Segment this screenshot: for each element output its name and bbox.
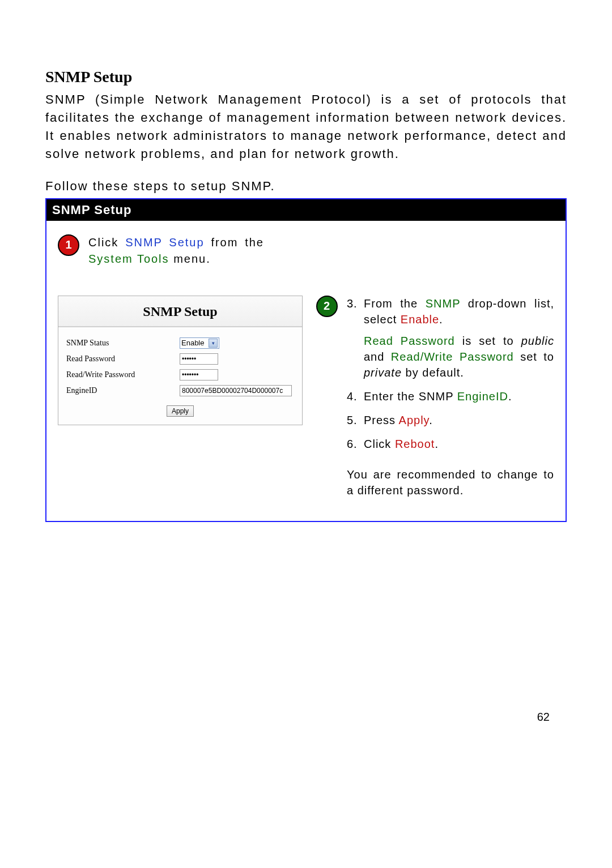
step1-link: SNMP Setup — [125, 236, 204, 249]
apply-button[interactable]: Apply — [167, 405, 194, 417]
instr-4-num: 4. — [347, 388, 364, 404]
instr-3: 3. From the SNMP drop-down list, select … — [347, 296, 554, 380]
step-1-text: Click SNMP Setup from the System Tools m… — [88, 234, 264, 267]
form-row-rw-pw: Read/Write Password ••••••• — [66, 369, 294, 380]
form-row-status: SNMP Status Enable ▾ — [66, 337, 294, 349]
page-title: SNMP Setup — [45, 68, 567, 86]
password-note: You are recommended to change to a diffe… — [347, 467, 554, 498]
label-rw-password: Read/Write Password — [66, 370, 180, 379]
snmp-panel: SNMP Setup 1 Click SNMP Setup from the S… — [45, 198, 567, 522]
step1-menu: System Tools — [88, 253, 169, 265]
label-snmp-status: SNMP Status — [66, 339, 180, 348]
chevron-down-icon: ▾ — [209, 339, 218, 348]
instr-3-num: 3. — [347, 296, 364, 380]
step1-mid: from the — [205, 236, 264, 249]
form-row-engineid: EngineID 800007e5BD00002704D000007c — [66, 385, 294, 396]
snmp-status-select[interactable]: Enable ▾ — [180, 337, 219, 349]
step-1-badge: 1 — [58, 234, 79, 256]
step-1-row: 1 Click SNMP Setup from the System Tools… — [58, 234, 554, 267]
step1-prefix: Click — [88, 236, 125, 249]
instr-4: 4. Enter the SNMP EngineID. — [347, 388, 554, 404]
snmp-form-screenshot: SNMP Setup SNMP Status Enable ▾ Read Pas… — [58, 296, 303, 425]
label-read-password: Read Password — [66, 354, 180, 364]
form-title: SNMP Setup — [58, 296, 302, 327]
instr-5: 5. Press Apply. — [347, 412, 554, 428]
follow-steps: Follow these steps to setup SNMP. — [45, 179, 567, 194]
intro-paragraph: SNMP (Simple Network Management Protocol… — [45, 91, 567, 163]
engineid-input[interactable]: 800007e5BD00002704D000007c — [180, 385, 292, 396]
instr-6: 6. Click Reboot. — [347, 436, 554, 452]
step1-suffix: menu. — [169, 253, 211, 265]
form-row-read-pw: Read Password •••••• — [66, 353, 294, 365]
step-2-badge: 2 — [316, 296, 338, 317]
snmp-status-value: Enable — [181, 339, 204, 347]
label-engineid: EngineID — [66, 386, 180, 395]
page-number: 62 — [537, 711, 550, 724]
read-password-input[interactable]: •••••• — [180, 353, 218, 365]
step-2-column: 2 3. From the SNMP drop-down list, selec… — [316, 296, 554, 498]
rw-password-input[interactable]: ••••••• — [180, 369, 218, 380]
panel-header: SNMP Setup — [46, 198, 566, 221]
instr-6-num: 6. — [347, 436, 364, 452]
instr-5-num: 5. — [347, 412, 364, 428]
